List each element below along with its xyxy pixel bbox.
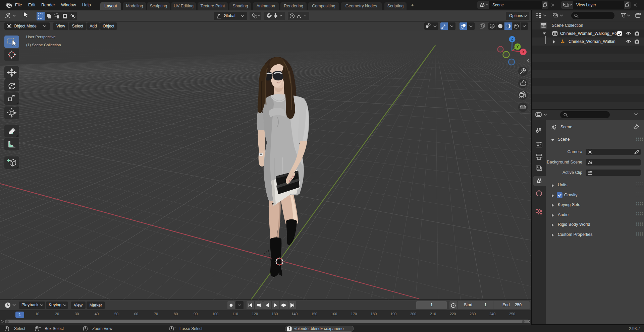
svg-text:Y: Y: [517, 45, 519, 49]
svg-text:X: X: [522, 50, 525, 54]
svg-text:Z: Z: [511, 38, 513, 41]
